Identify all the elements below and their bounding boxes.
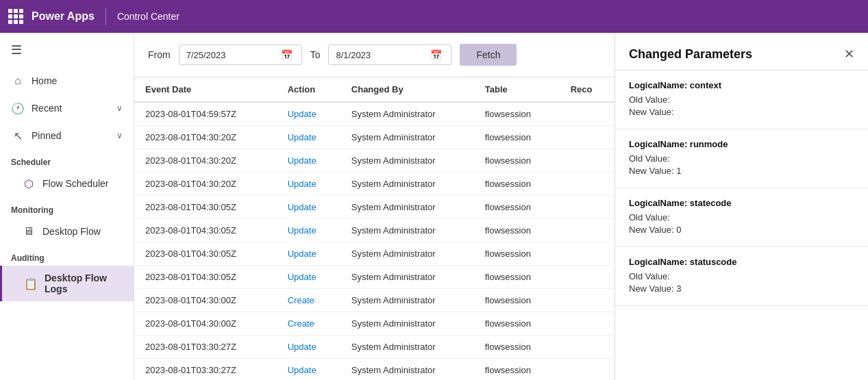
cell-reco	[560, 173, 615, 196]
action-link[interactable]: Create	[288, 295, 314, 305]
param-new-value: New Value:	[629, 107, 854, 117]
cell-table: flowsession	[474, 219, 560, 242]
from-calendar-icon[interactable]: 📅	[281, 49, 293, 60]
cell-changed-by: System Administrator	[340, 102, 474, 126]
cell-table: flowsession	[474, 312, 560, 335]
action-link[interactable]: Update	[288, 155, 317, 166]
sidebar-item-home[interactable]: ⌂ Home	[0, 67, 134, 94]
cell-action[interactable]: Update	[277, 335, 340, 359]
cell-changed-by: System Administrator	[340, 196, 474, 219]
to-calendar-icon[interactable]: 📅	[430, 49, 442, 60]
action-link[interactable]: Update	[288, 179, 317, 189]
to-date-input-wrap[interactable]: 📅	[328, 45, 451, 65]
param-section: LogicalName: runmodeOld Value:New Value:…	[615, 129, 868, 188]
sidebar-recent-label: Recent	[32, 103, 62, 114]
action-link[interactable]: Update	[288, 342, 317, 352]
cell-changed-by: System Administrator	[340, 242, 474, 266]
audit-table: Event Date Action Changed By Table Reco …	[134, 77, 615, 380]
cell-table: flowsession	[474, 266, 560, 289]
pinned-icon: ↖	[11, 129, 25, 142]
cell-changed-by: System Administrator	[340, 173, 474, 196]
desktop-flow-logs-icon: 📋	[24, 277, 38, 290]
cell-action[interactable]: Update	[277, 196, 340, 219]
from-date-input[interactable]	[186, 50, 275, 60]
cell-reco	[560, 266, 615, 289]
param-logical-name: LogicalName: statecode	[629, 198, 854, 208]
desktop-flow-icon: 🖥	[22, 225, 36, 238]
cell-event-date: 2023-08-01T04:30:05Z	[134, 266, 277, 289]
cell-reco	[560, 289, 615, 312]
topbar-divider	[106, 8, 106, 25]
cell-table: flowsession	[474, 126, 560, 149]
param-old-value: Old Value:	[629, 212, 854, 223]
action-link[interactable]: Update	[288, 225, 317, 236]
table-row: 2023-08-01T04:30:20ZUpdateSystem Adminis…	[134, 173, 615, 196]
sidebar-desktop-flow-logs-label: Desktop Flow Logs	[45, 273, 123, 294]
cell-action[interactable]: Create	[277, 289, 340, 312]
table-row: 2023-08-01T04:30:05ZUpdateSystem Adminis…	[134, 242, 615, 266]
action-link[interactable]: Update	[288, 109, 317, 119]
table-row: 2023-08-01T04:30:05ZUpdateSystem Adminis…	[134, 196, 615, 219]
filter-bar: From 📅 To 📅 Fetch	[134, 33, 615, 77]
sidebar-item-desktop-flow-logs[interactable]: 📋 Desktop Flow Logs	[0, 266, 134, 301]
param-new-value: New Value: 0	[629, 225, 854, 235]
cell-action[interactable]: Update	[277, 266, 340, 289]
action-link[interactable]: Create	[288, 318, 314, 329]
cell-action[interactable]: Update	[277, 102, 340, 126]
cell-action[interactable]: Update	[277, 219, 340, 242]
param-new-value: New Value: 3	[629, 283, 854, 294]
sidebar-item-flow-scheduler[interactable]: ⬡ Flow Scheduler	[0, 170, 134, 197]
cell-reco	[560, 149, 615, 173]
cell-changed-by: System Administrator	[340, 149, 474, 173]
cell-action[interactable]: Create	[277, 312, 340, 335]
col-changed-by: Changed By	[340, 77, 474, 102]
close-button[interactable]: ✕	[844, 47, 854, 62]
cell-action[interactable]: Update	[277, 149, 340, 173]
param-logical-name: LogicalName: statuscode	[629, 257, 854, 267]
table-row: 2023-08-01T04:30:20ZUpdateSystem Adminis…	[134, 126, 615, 149]
action-link[interactable]: Update	[288, 249, 317, 259]
cell-action[interactable]: Update	[277, 126, 340, 149]
param-logical-name: LogicalName: runmode	[629, 139, 854, 149]
sidebar-item-desktop-flow[interactable]: 🖥 Desktop Flow	[0, 218, 134, 245]
table-row: 2023-08-01T04:59:57ZUpdateSystem Adminis…	[134, 102, 615, 126]
col-event-date: Event Date	[134, 77, 277, 102]
table-container: Event Date Action Changed By Table Reco …	[134, 77, 615, 380]
cell-changed-by: System Administrator	[340, 219, 474, 242]
monitoring-section-label: Monitoring	[0, 197, 134, 218]
cell-reco	[560, 312, 615, 335]
cell-action[interactable]: Update	[277, 359, 340, 381]
action-link[interactable]: Update	[288, 202, 317, 212]
action-link[interactable]: Update	[288, 365, 317, 375]
cell-table: flowsession	[474, 359, 560, 381]
table-row: 2023-08-01T04:30:00ZCreateSystem Adminis…	[134, 289, 615, 312]
action-link[interactable]: Update	[288, 132, 317, 142]
param-section: LogicalName: statuscodeOld Value:New Val…	[615, 247, 868, 306]
cell-reco	[560, 242, 615, 266]
sidebar-item-pinned[interactable]: ↖ Pinned ∨	[0, 122, 134, 149]
cell-table: flowsession	[474, 335, 560, 359]
grid-icon[interactable]	[8, 9, 23, 24]
scheduler-section-label: Scheduler	[0, 149, 134, 170]
param-section: LogicalName: contextOld Value:New Value:	[615, 71, 868, 129]
col-action: Action	[277, 77, 340, 102]
cell-changed-by: System Administrator	[340, 126, 474, 149]
cell-changed-by: System Administrator	[340, 359, 474, 381]
action-link[interactable]: Update	[288, 272, 317, 282]
cell-action[interactable]: Update	[277, 173, 340, 196]
cell-event-date: 2023-08-01T03:30:27Z	[134, 335, 277, 359]
cell-reco	[560, 359, 615, 381]
param-logical-name: LogicalName: context	[629, 80, 854, 90]
to-date-input[interactable]	[336, 50, 425, 60]
cell-event-date: 2023-08-01T04:30:00Z	[134, 312, 277, 335]
hamburger-button[interactable]: ☰	[0, 33, 134, 67]
cell-reco	[560, 196, 615, 219]
cell-reco	[560, 102, 615, 126]
table-row: 2023-08-01T04:30:00ZCreateSystem Adminis…	[134, 312, 615, 335]
cell-action[interactable]: Update	[277, 242, 340, 266]
cell-reco	[560, 126, 615, 149]
fetch-button[interactable]: Fetch	[460, 44, 517, 66]
from-date-input-wrap[interactable]: 📅	[179, 45, 302, 65]
sidebar-item-recent[interactable]: 🕐 Recent ∨	[0, 94, 134, 122]
cell-event-date: 2023-08-01T04:59:57Z	[134, 102, 277, 126]
